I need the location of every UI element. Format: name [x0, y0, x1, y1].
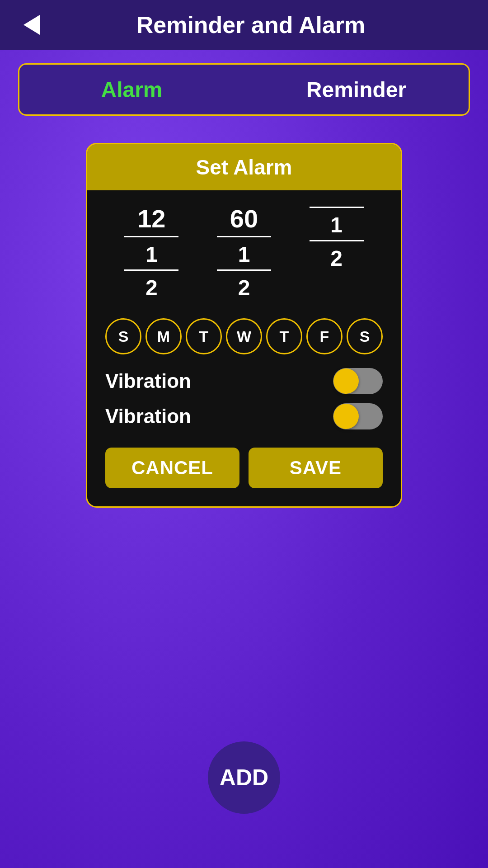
tab-alarm[interactable]: Alarm [19, 65, 244, 114]
tab-bar: Alarm Reminder [18, 63, 470, 116]
time-col3-bot: 2 [330, 246, 343, 271]
toggle-2-knob [333, 404, 359, 429]
page-title: Reminder and Alarm [59, 11, 470, 38]
back-button[interactable] [18, 11, 45, 38]
toggle-1-knob [333, 368, 359, 394]
main-content: Set Alarm 12 1 2 60 1 [0, 129, 488, 521]
save-button[interactable]: SAVE [249, 448, 383, 488]
alarm-card-header: Set Alarm [87, 144, 401, 190]
header: Reminder and Alarm [0, 0, 488, 50]
day-wednesday[interactable]: W [226, 318, 262, 354]
cancel-button[interactable]: CANCEL [105, 448, 239, 488]
days-row: S M T W T F S [105, 318, 383, 354]
day-thursday[interactable]: T [266, 318, 302, 354]
time-col1-mid: 1 [145, 242, 158, 269]
time-col-3[interactable]: 1 2 [303, 204, 371, 300]
time-divider-2b [217, 269, 271, 271]
time-divider-3a [310, 207, 364, 208]
time-col-1[interactable]: 12 1 2 [117, 204, 185, 300]
vibration-2-label: Vibration [105, 405, 191, 428]
time-divider-3b [310, 240, 364, 241]
add-button[interactable]: ADD [208, 741, 280, 814]
day-monday[interactable]: M [145, 318, 182, 354]
time-divider-1b [124, 269, 178, 271]
time-picker-row: 12 1 2 60 1 2 1 [105, 204, 383, 300]
time-col1-bot: 2 [145, 275, 158, 300]
day-saturday[interactable]: S [347, 318, 383, 354]
tab-reminder[interactable]: Reminder [244, 65, 469, 114]
vibration-2-toggle[interactable] [333, 403, 383, 429]
alarm-card-title: Set Alarm [196, 156, 292, 179]
add-button-container: ADD [208, 741, 280, 814]
time-col2-top: 60 [230, 204, 258, 236]
time-col1-top: 12 [137, 204, 165, 236]
day-sunday[interactable]: S [105, 318, 141, 354]
alarm-card: Set Alarm 12 1 2 60 1 [86, 143, 402, 508]
alarm-card-body: 12 1 2 60 1 2 1 [87, 190, 401, 506]
time-divider-1a [124, 236, 178, 237]
time-col2-mid: 1 [238, 242, 250, 269]
time-col3-mid: 1 [330, 212, 343, 240]
action-buttons: CANCEL SAVE [105, 448, 383, 488]
back-arrow-icon [23, 15, 40, 35]
vibration-row-2: Vibration [105, 403, 383, 429]
time-divider-2a [217, 236, 271, 237]
day-tuesday[interactable]: T [186, 318, 222, 354]
day-friday[interactable]: F [306, 318, 343, 354]
time-col-2[interactable]: 60 1 2 [210, 204, 278, 300]
vibration-1-toggle[interactable] [333, 368, 383, 394]
time-col2-bot: 2 [238, 275, 250, 300]
vibration-row-1: Vibration [105, 368, 383, 394]
vibration-1-label: Vibration [105, 370, 191, 392]
